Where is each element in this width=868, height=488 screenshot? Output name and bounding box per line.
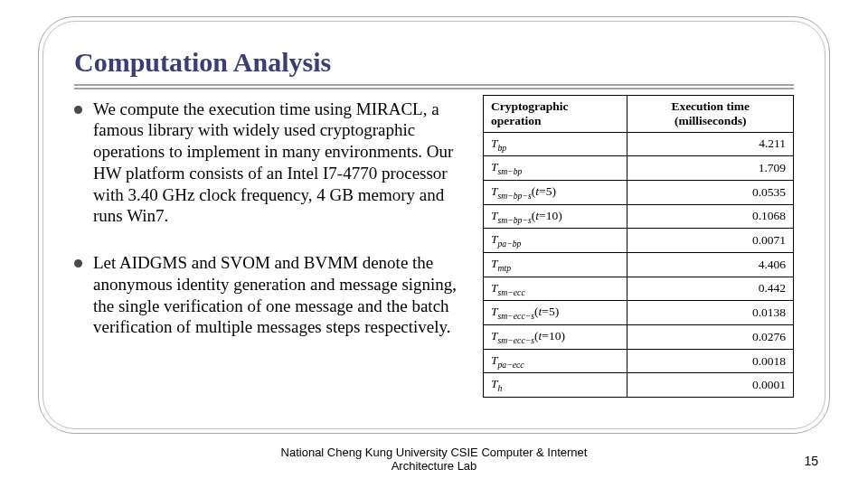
table-cell-time: 0.0276 [627, 325, 794, 350]
table-cell-time: 0.0001 [627, 373, 794, 398]
table-row: Tsm−ecc0.442 [483, 277, 793, 301]
footer-line1: National Cheng Kung University CSIE Comp… [281, 446, 588, 459]
title-rule-bottom [74, 88, 794, 89]
table-cell-time: 0.442 [627, 277, 794, 301]
bullet-column: We compute the execution time using MIRA… [74, 99, 476, 399]
title-rule-top [74, 84, 794, 86]
table-cell-op: Tsm−ecc−s(t=10) [483, 325, 627, 350]
footer-line2: Architecture Lab [392, 459, 477, 473]
bullet-item: Let AIDGMS and SVOM and BVMM denote the … [74, 252, 476, 338]
table-header-row: Cryptographic operation Execution time (… [483, 95, 793, 132]
table-cell-op: Tpa−bp [483, 229, 627, 253]
table-row: Tsm−ecc−s(t=10)0.0276 [483, 325, 793, 350]
table-cell-op: Tbp [483, 132, 627, 156]
bullet-item: We compute the execution time using MIRA… [74, 99, 476, 228]
bullet-text: Let AIDGMS and SVOM and BVMM denote the … [93, 252, 476, 338]
table-cell-op: Tpa−ecc [483, 349, 627, 373]
content-row: We compute the execution time using MIRA… [74, 99, 794, 399]
footer-text: National Cheng Kung University CSIE Comp… [0, 446, 868, 474]
table-cell-time: 4.406 [627, 252, 794, 277]
slide-container: Computation Analysis We compute the exec… [0, 0, 868, 488]
bullet-text: We compute the execution time using MIRA… [93, 99, 476, 228]
table-cell-op: Tsm−ecc−s(t=5) [483, 301, 627, 325]
table-cell-time: 4.211 [627, 132, 794, 156]
table-cell-op: Tsm−bp−s(t=5) [483, 180, 627, 204]
inner-border-frame: Computation Analysis We compute the exec… [42, 21, 826, 429]
slide-title: Computation Analysis [74, 47, 794, 79]
table-cell-op: Tsm−bp−s(t=10) [483, 204, 627, 229]
table-cell-time: 0.0018 [627, 349, 794, 373]
table-cell-op: Tsm−bp [483, 156, 627, 181]
table-cell-time: 0.0535 [627, 180, 794, 204]
crypto-timing-table: Cryptographic operation Execution time (… [483, 95, 794, 399]
table-cell-time: 0.0138 [627, 301, 794, 325]
table-row: Tbp4.211 [483, 132, 793, 156]
table-row: Th0.0001 [483, 373, 793, 398]
table-row: Tpa−ecc0.0018 [483, 349, 793, 373]
bullet-dot-icon [74, 106, 82, 114]
table-row: Tsm−bp−s(t=10)0.1068 [483, 204, 793, 229]
table-cell-op: Th [483, 373, 627, 398]
table-header-time: Execution time (milliseconds) [627, 95, 794, 132]
bullet-dot-icon [74, 259, 82, 267]
table-column: Cryptographic operation Execution time (… [483, 95, 794, 399]
table-row: Tsm−bp1.709 [483, 156, 793, 181]
table-cell-op: Tmtp [483, 252, 627, 277]
table-row: Tsm−ecc−s(t=5)0.0138 [483, 301, 793, 325]
table-cell-time: 0.0071 [627, 229, 794, 253]
table-cell-time: 0.1068 [627, 204, 794, 229]
page-number: 15 [804, 454, 818, 468]
table-row: Tpa−bp0.0071 [483, 229, 793, 253]
table-cell-op: Tsm−ecc [483, 277, 627, 301]
table-cell-time: 1.709 [627, 156, 794, 181]
table-row: Tmtp4.406 [483, 252, 793, 277]
table-header-op: Cryptographic operation [483, 95, 627, 132]
table-row: Tsm−bp−s(t=5)0.0535 [483, 180, 793, 204]
